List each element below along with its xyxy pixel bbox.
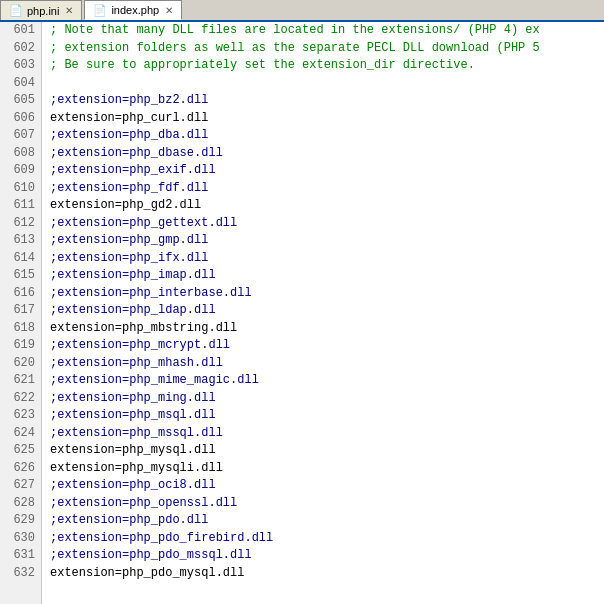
code-line: ;extension=php_ifx.dll <box>50 250 596 268</box>
line-number: 606 <box>6 110 35 128</box>
file-icon: 📄 <box>9 4 23 18</box>
code-line: ;extension=php_msql.dll <box>50 407 596 425</box>
code-line: ;extension=php_pdo_mssql.dll <box>50 547 596 565</box>
line-number: 623 <box>6 407 35 425</box>
line-number: 602 <box>6 40 35 58</box>
code-line: ;extension=php_mcrypt.dll <box>50 337 596 355</box>
line-number: 610 <box>6 180 35 198</box>
line-number: 608 <box>6 145 35 163</box>
code-line: ;extension=php_pdo.dll <box>50 512 596 530</box>
line-number: 605 <box>6 92 35 110</box>
code-line: extension=php_gd2.dll <box>50 197 596 215</box>
code-line: ;extension=php_openssl.dll <box>50 495 596 513</box>
tab-label-index-php: index.php <box>111 4 159 16</box>
tab-index-php[interactable]: 📄 index.php ✕ <box>84 0 182 20</box>
code-line: ;extension=php_mime_magic.dll <box>50 372 596 390</box>
code-line: ;extension=php_ming.dll <box>50 390 596 408</box>
code-line: extension=php_mysql.dll <box>50 442 596 460</box>
line-number: 619 <box>6 337 35 355</box>
line-number: 624 <box>6 425 35 443</box>
line-number: 630 <box>6 530 35 548</box>
file-icon-2: 📄 <box>93 3 107 17</box>
line-number: 628 <box>6 495 35 513</box>
code-line: ;extension=php_fdf.dll <box>50 180 596 198</box>
editor: 6016026036046056066076086096106116126136… <box>0 22 604 604</box>
code-line: ;extension=php_mssql.dll <box>50 425 596 443</box>
code-line: ;extension=php_dba.dll <box>50 127 596 145</box>
code-line: extension=php_curl.dll <box>50 110 596 128</box>
code-line: ; Note that many DLL files are located i… <box>50 22 596 40</box>
line-number: 620 <box>6 355 35 373</box>
tab-close-index-php[interactable]: ✕ <box>165 5 173 16</box>
line-number: 612 <box>6 215 35 233</box>
line-number: 632 <box>6 565 35 583</box>
code-line <box>50 75 596 93</box>
line-number: 601 <box>6 22 35 40</box>
line-number: 627 <box>6 477 35 495</box>
tab-php-ini[interactable]: 📄 php.ini ✕ <box>0 0 82 20</box>
code-line: ;extension=php_interbase.dll <box>50 285 596 303</box>
line-number: 616 <box>6 285 35 303</box>
line-number: 603 <box>6 57 35 75</box>
line-number: 622 <box>6 390 35 408</box>
code-area[interactable]: ; Note that many DLL files are located i… <box>42 22 604 604</box>
code-line: ;extension=php_dbase.dll <box>50 145 596 163</box>
line-number: 614 <box>6 250 35 268</box>
tab-label-php-ini: php.ini <box>27 5 59 17</box>
tab-bar: 📄 php.ini ✕ 📄 index.php ✕ <box>0 0 604 22</box>
code-line: ;extension=php_ldap.dll <box>50 302 596 320</box>
code-line: ;extension=php_pdo_firebird.dll <box>50 530 596 548</box>
line-number: 625 <box>6 442 35 460</box>
line-number: 629 <box>6 512 35 530</box>
line-number: 607 <box>6 127 35 145</box>
line-number: 609 <box>6 162 35 180</box>
code-line: ;extension=php_oci8.dll <box>50 477 596 495</box>
line-number: 604 <box>6 75 35 93</box>
code-line: extension=php_mysqli.dll <box>50 460 596 478</box>
code-line: ;extension=php_bz2.dll <box>50 92 596 110</box>
code-line: ;extension=php_mhash.dll <box>50 355 596 373</box>
line-numbers: 6016026036046056066076086096106116126136… <box>0 22 42 604</box>
line-number: 631 <box>6 547 35 565</box>
code-line: ;extension=php_exif.dll <box>50 162 596 180</box>
code-line: extension=php_mbstring.dll <box>50 320 596 338</box>
code-line: ;extension=php_gettext.dll <box>50 215 596 233</box>
line-number: 613 <box>6 232 35 250</box>
code-line: extension=php_pdo_mysql.dll <box>50 565 596 583</box>
code-line: ;extension=php_imap.dll <box>50 267 596 285</box>
line-number: 618 <box>6 320 35 338</box>
code-line: ; extension folders as well as the separ… <box>50 40 596 58</box>
line-number: 621 <box>6 372 35 390</box>
code-line: ; Be sure to appropriately set the exten… <box>50 57 596 75</box>
code-line: ;extension=php_gmp.dll <box>50 232 596 250</box>
line-number: 626 <box>6 460 35 478</box>
line-number: 617 <box>6 302 35 320</box>
tab-close-php-ini[interactable]: ✕ <box>65 5 73 16</box>
line-number: 615 <box>6 267 35 285</box>
line-number: 611 <box>6 197 35 215</box>
